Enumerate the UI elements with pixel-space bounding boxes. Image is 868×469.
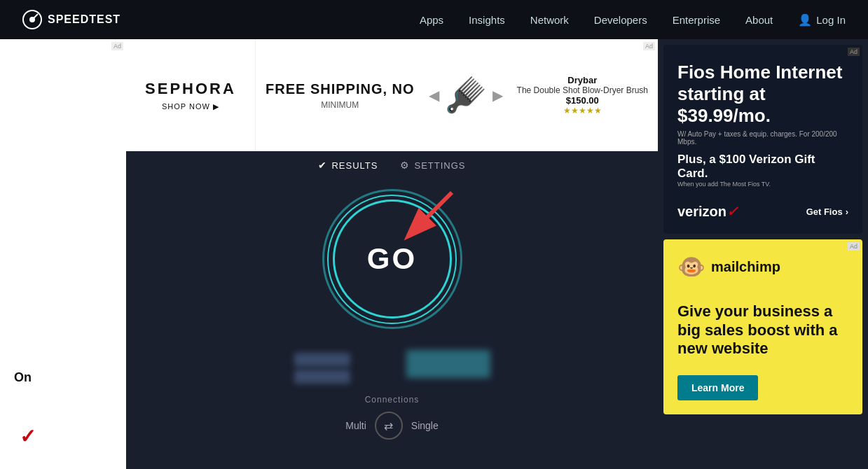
left-ad-content: [6, 45, 120, 463]
tab-results[interactable]: ✔ RESULTS: [318, 160, 378, 171]
verizon-gift-sub: When you add The Most Fios TV.: [677, 181, 848, 188]
banner-text: FREE SHIPPING, NO MINIMUM: [266, 81, 415, 110]
sephora-title: SEPHORA: [145, 80, 236, 98]
right-ads: Ad Fios Home Internet starting at $39.99…: [658, 39, 868, 469]
product-brand: Drybar: [517, 75, 648, 85]
verizon-content: Fios Home Internet starting at $39.99/mo…: [677, 62, 848, 188]
nav-enterprise[interactable]: Enterprise: [673, 14, 720, 26]
prev-arrow[interactable]: ◀: [429, 87, 439, 104]
verizon-sub: W/ Auto Pay + taxes & equip. charges. Fo…: [677, 130, 848, 146]
login-label: Log In: [816, 14, 846, 26]
results-icon: ✔: [318, 160, 327, 171]
product-image: 🪮: [445, 76, 487, 115]
get-fios-label: Get Fios: [806, 206, 843, 217]
verizon-v: ✓: [726, 204, 738, 219]
go-button[interactable]: GO: [333, 200, 452, 318]
nav-network[interactable]: Network: [530, 14, 569, 26]
go-label: GO: [367, 242, 417, 276]
left-ad: Ad On ✓: [0, 39, 126, 469]
connections-label: Connections: [365, 395, 420, 405]
tab-results-label: RESULTS: [331, 160, 378, 171]
svg-line-2: [32, 14, 38, 20]
product-price: $150.00: [517, 95, 648, 106]
center-content: SEPHORA SHOP NOW ▶ Ad FREE SHIPPING, NO …: [126, 39, 658, 469]
verizon-gift-headline: Plus, a $100 Verizon Gift Card.: [677, 153, 848, 181]
info-blur-right: [406, 350, 490, 378]
header: SPEEDTEST Apps Insights Network Develope…: [0, 0, 868, 39]
tab-bar: ✔ RESULTS ⚙ SETTINGS: [318, 160, 465, 171]
verizon-get-fios-button[interactable]: Get Fios ›: [806, 206, 848, 217]
mailchimp-ad-badge: Ad: [848, 242, 860, 251]
go-container: GO: [315, 182, 469, 336]
next-arrow[interactable]: ▶: [492, 87, 503, 104]
nav-apps[interactable]: Apps: [420, 14, 443, 26]
sephora-subtitle: SHOP NOW ▶: [162, 102, 219, 111]
verizon-headline: Fios Home Internet starting at $39.99/mo…: [677, 62, 848, 127]
speedtest-logo-icon: [22, 10, 42, 29]
tab-settings[interactable]: ⚙ SETTINGS: [400, 160, 465, 171]
sephora-ad[interactable]: SEPHORA SHOP NOW ▶: [126, 39, 256, 151]
mailchimp-headline: Give your business a big sales boost wit…: [677, 302, 848, 358]
mailchimp-learn-more-button[interactable]: Learn More: [677, 375, 758, 400]
info-row: [294, 350, 490, 384]
page-body: Ad On ✓ SEPHORA SHOP NOW ▶ Ad FREE SHIPP…: [0, 39, 868, 469]
mailchimp-brand-name: mailchimp: [711, 259, 780, 275]
product-name: The Double Shot Blow-Dryer Brush: [517, 85, 648, 95]
main-nav: Apps Insights Network Developers Enterpr…: [420, 13, 846, 27]
verizon-ad[interactable]: Ad Fios Home Internet starting at $39.99…: [663, 45, 862, 234]
banner-headline: FREE SHIPPING, NO: [266, 81, 415, 97]
settings-icon: ⚙: [400, 160, 410, 171]
product-stars: ★★★★★: [517, 106, 648, 115]
product-nav: ◀ 🪮 ▶: [429, 76, 503, 115]
product-info: Drybar The Double Shot Blow-Dryer Brush …: [517, 75, 648, 115]
logo[interactable]: SPEEDTEST: [22, 10, 120, 29]
verizon-ad-badge: Ad: [848, 48, 860, 56]
nav-developers[interactable]: Developers: [594, 14, 647, 26]
info-blur-top-left: [294, 353, 350, 367]
verizon-checkmark: ✓: [20, 425, 36, 448]
banner-ad-badge: Ad: [643, 42, 655, 50]
multi-option[interactable]: Multi: [345, 420, 366, 431]
toggle-switch[interactable]: ⇄: [375, 412, 403, 440]
logo-text: SPEEDTEST: [48, 13, 120, 26]
connections-row: Connections Multi ⇄ Single: [345, 395, 438, 440]
mailchimp-header: 🐵 mailchimp: [677, 253, 848, 280]
user-icon: 👤: [798, 13, 812, 27]
verizon-logo: verizon✓: [677, 203, 738, 220]
mailchimp-monkey-icon: 🐵: [677, 253, 705, 280]
login-button[interactable]: 👤 Log In: [798, 13, 846, 27]
banner-ads: SEPHORA SHOP NOW ▶ Ad FREE SHIPPING, NO …: [126, 39, 658, 151]
single-option[interactable]: Single: [411, 420, 439, 431]
info-block-left: [294, 350, 350, 384]
left-ad-badge: Ad: [111, 42, 123, 50]
left-ad-on-label: On: [14, 370, 32, 385]
brush-image: 🪮: [445, 76, 487, 115]
nav-about[interactable]: About: [745, 14, 773, 26]
tab-settings-label: SETTINGS: [414, 160, 465, 171]
nav-insights[interactable]: Insights: [469, 14, 505, 26]
info-blur-bottom-left: [294, 370, 350, 384]
chevron-right-icon: ›: [846, 206, 848, 217]
banner-sub: MINIMUM: [266, 100, 415, 110]
info-block-right: [406, 350, 490, 384]
toggle-icon: ⇄: [384, 419, 393, 433]
mailchimp-ad[interactable]: Ad 🐵 mailchimp Give your business a big …: [663, 239, 862, 414]
verizon-bottom: verizon✓ Get Fios ›: [677, 203, 848, 220]
drybar-ad[interactable]: Ad FREE SHIPPING, NO MINIMUM ◀ 🪮 ▶ Dryba…: [256, 39, 658, 151]
toggle-row: Multi ⇄ Single: [345, 412, 438, 440]
speedtest-area: ✔ RESULTS ⚙ SETTINGS GO: [126, 151, 658, 469]
